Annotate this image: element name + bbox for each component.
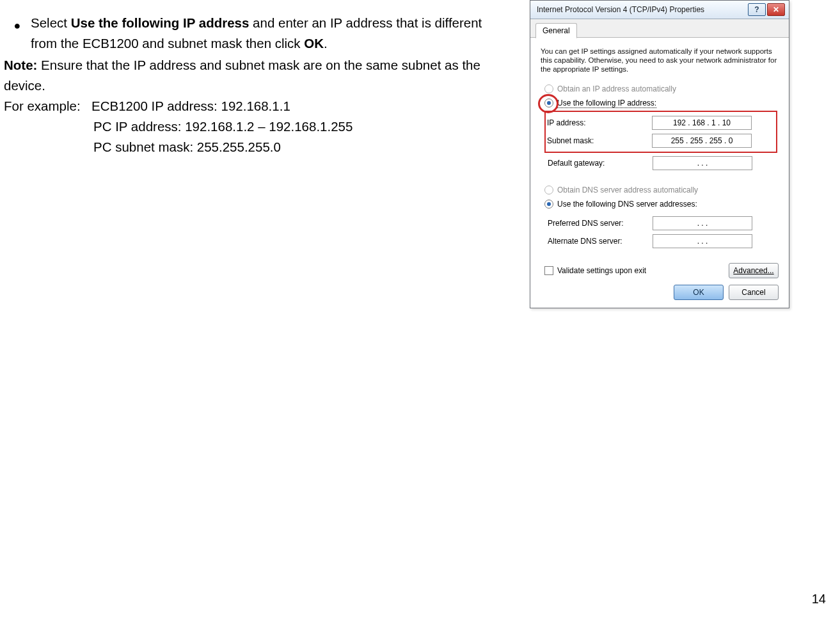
advanced-button[interactable]: Advanced... (729, 263, 779, 278)
input-ip-address[interactable]: 192 . 168 . 1 . 10 (652, 116, 752, 130)
label-default-gateway: Default gateway: (548, 159, 653, 168)
radio-use-dns[interactable]: Use the following DNS server addresses: (544, 198, 779, 210)
radio-use-ip[interactable]: Use the following IP address: (544, 97, 779, 109)
tab-general[interactable]: General (535, 23, 577, 38)
label-validate: Validate settings upon exit (557, 266, 646, 275)
cancel-button[interactable]: Cancel (729, 285, 779, 300)
tab-row: General (530, 22, 789, 38)
example-line-2: PC IP address: 192.168.1.2 – 192.168.1.2… (4, 116, 509, 137)
close-button[interactable]: ✕ (767, 3, 785, 16)
checkbox-validate[interactable] (544, 266, 553, 275)
radio-label: Obtain an IP address automatically (557, 84, 676, 93)
label-subnet-mask: Subnet mask: (547, 136, 652, 145)
radio-label: Use the following IP address: (557, 99, 656, 108)
dialog-description: You can get IP settings assigned automat… (541, 47, 779, 74)
example-block: For example: ECB1200 IP address: 192.168… (4, 96, 509, 157)
input-subnet-mask[interactable]: 255 . 255 . 255 . 0 (652, 134, 752, 148)
radio-obtain-dns-auto[interactable]: Obtain DNS server address automatically (544, 184, 779, 196)
example-line-1: ECB1200 IP address: 192.168.1.1 (91, 99, 290, 113)
radio-icon (544, 84, 553, 93)
page-number: 14 (812, 592, 826, 606)
note-line: Note: Ensure that the IP address and sub… (4, 55, 509, 96)
input-default-gateway[interactable]: . . . (653, 156, 752, 170)
input-alternate-dns[interactable]: . . . (653, 234, 752, 248)
label-ip-address: IP address: (547, 118, 652, 127)
radio-icon (544, 186, 553, 194)
ipv4-properties-dialog: Internet Protocol Version 4 (TCP/IPv4) P… (530, 0, 789, 308)
titlebar: Internet Protocol Version 4 (TCP/IPv4) P… (530, 1, 789, 19)
radio-icon (544, 200, 553, 209)
help-button[interactable]: ? (748, 3, 766, 16)
dialog-title: Internet Protocol Version 4 (TCP/IPv4) P… (537, 5, 748, 14)
instruction-block: ● Select Use the following IP address an… (4, 13, 509, 157)
example-label: For example: (4, 99, 81, 113)
radio-label: Use the following DNS server addresses: (557, 200, 697, 209)
radio-obtain-ip-auto[interactable]: Obtain an IP address automatically (544, 83, 779, 95)
annotation-redbox: IP address: 192 . 168 . 1 . 10 Subnet ma… (544, 111, 777, 153)
radio-label: Obtain DNS server address automatically (557, 186, 698, 194)
bullet-icon: ● (4, 13, 31, 54)
example-line-3: PC subnet mask: 255.255.255.0 (4, 137, 509, 157)
ok-button[interactable]: OK (674, 285, 724, 300)
label-alternate-dns: Alternate DNS server: (548, 237, 653, 246)
radio-icon (544, 99, 553, 107)
input-preferred-dns[interactable]: . . . (653, 216, 752, 230)
bullet-text: Select Use the following IP address and … (31, 13, 509, 54)
label-preferred-dns: Preferred DNS server: (548, 219, 653, 228)
